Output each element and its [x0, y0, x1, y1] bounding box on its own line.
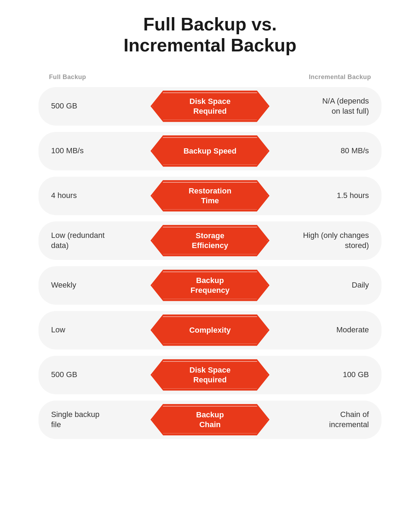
right-value: N/A (dependson last full) — [299, 96, 369, 116]
page-title: Full Backup vs.Incremental Backup — [38, 14, 382, 56]
right-value: High (only changesstored) — [299, 231, 369, 250]
table-row: WeeklyBackupFrequencyDaily — [38, 266, 382, 305]
table-row: 500 GBDisk SpaceRequired100 GB — [38, 356, 382, 394]
left-column-header: Full Backup — [49, 73, 86, 81]
category-label-text: RestorationTime — [189, 186, 231, 205]
left-value: 500 GB — [51, 101, 121, 111]
left-value: Low — [51, 325, 121, 335]
category-label: StorageEfficiency — [150, 225, 270, 256]
category-label: BackupChain — [150, 404, 270, 436]
category-label-text: Disk SpaceRequired — [189, 365, 230, 384]
table-row: 500 GBDisk SpaceRequiredN/A (dependson l… — [38, 87, 382, 126]
right-value: 1.5 hours — [299, 191, 369, 201]
table-row: 100 MB/sBackup Speed80 MB/s — [38, 132, 382, 170]
right-column-header: Incremental Backup — [309, 73, 371, 81]
category-label-text: Complexity — [189, 325, 231, 335]
right-value: Chain ofincremental — [299, 410, 369, 430]
category-label-text: BackupChain — [196, 410, 224, 429]
right-value: 100 GB — [299, 370, 369, 380]
right-value: Moderate — [299, 325, 369, 335]
table-row: LowComplexityModerate — [38, 311, 382, 349]
table-row: Low (redundantdata)StorageEfficiencyHigh… — [38, 221, 382, 260]
category-label: Disk SpaceRequired — [150, 359, 270, 391]
category-label: Complexity — [150, 314, 270, 346]
category-label: RestorationTime — [150, 180, 270, 212]
left-value: 100 MB/s — [51, 146, 121, 156]
main-container: Full Backup vs.Incremental Backup Full B… — [38, 14, 382, 439]
table-row: Single backupfileBackupChainChain ofincr… — [38, 401, 382, 439]
table-row: 4 hoursRestorationTime1.5 hours — [38, 177, 382, 215]
category-label-text: StorageEfficiency — [192, 231, 228, 250]
left-value: 4 hours — [51, 191, 121, 201]
category-label-text: Disk SpaceRequired — [189, 97, 230, 116]
category-label-text: Backup Speed — [183, 146, 237, 156]
left-value: Weekly — [51, 280, 121, 290]
rows-container: 500 GBDisk SpaceRequiredN/A (dependson l… — [38, 87, 382, 439]
left-value: Single backupfile — [51, 410, 121, 430]
left-value: Low (redundantdata) — [51, 231, 121, 250]
right-value: Daily — [299, 280, 369, 290]
category-label: Disk SpaceRequired — [150, 91, 270, 122]
column-headers: Full Backup Incremental Backup — [38, 73, 382, 81]
category-label: BackupFrequency — [150, 270, 270, 301]
left-value: 500 GB — [51, 370, 121, 380]
category-label-text: BackupFrequency — [190, 276, 229, 295]
category-label: Backup Speed — [150, 135, 270, 167]
right-value: 80 MB/s — [299, 146, 369, 156]
